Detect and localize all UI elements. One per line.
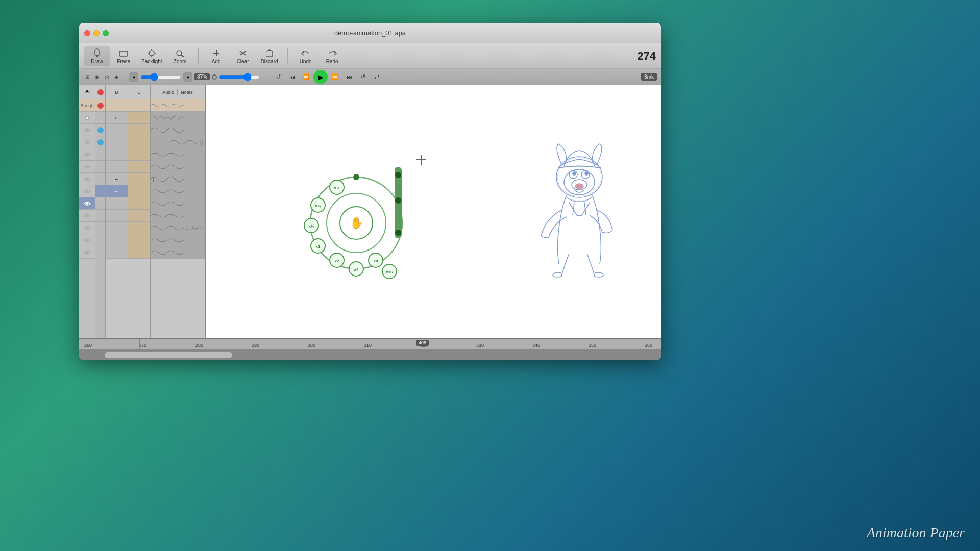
to-start-button[interactable]: ⏮ — [286, 71, 298, 83]
radial-menu-svg: ✋ x¼ x¾ x½ x1 — [300, 159, 428, 287]
panel-icon-1[interactable]: ⊞ — [83, 73, 91, 81]
notation-1 — [151, 99, 205, 112]
layer-8-color — [95, 185, 105, 197]
col-a-3[interactable] — [106, 124, 128, 136]
layer-13-eye[interactable] — [79, 246, 95, 259]
col-b-2[interactable] — [128, 112, 150, 124]
color-dot-blue[interactable] — [97, 127, 104, 133]
col-b-12[interactable] — [128, 234, 150, 246]
loop2-button[interactable]: ↺ — [357, 71, 369, 83]
speed-slider-top-handle[interactable] — [395, 172, 401, 178]
prev-frame-button[interactable]: ⏪ — [300, 71, 312, 83]
add-button[interactable]: Add — [204, 46, 229, 66]
color-dot-blue-2[interactable] — [97, 139, 104, 145]
col-b-7[interactable] — [128, 173, 150, 185]
col-a-8-selected[interactable]: ← — [106, 185, 128, 197]
timeline-scrollbar[interactable] — [79, 350, 661, 360]
layer-4-eye[interactable] — [79, 136, 95, 148]
color-dot-red[interactable] — [97, 103, 104, 109]
col-a-5[interactable] — [106, 148, 128, 161]
svg-point-21 — [86, 190, 88, 192]
col-b-5[interactable] — [128, 148, 150, 161]
draw-button[interactable]: Draw — [84, 46, 110, 66]
layer-9-eye-selected[interactable] — [79, 197, 95, 210]
brush-increase[interactable]: ▸ — [183, 72, 192, 82]
svg-point-24 — [86, 227, 88, 229]
col-b-3[interactable] — [128, 124, 150, 136]
col-b-13[interactable] — [128, 246, 150, 259]
col-b-11[interactable] — [128, 222, 150, 234]
toolbar-sep-1 — [198, 48, 199, 64]
col-a-4[interactable] — [106, 136, 128, 148]
col-a-9[interactable] — [106, 197, 128, 210]
playback-controls: ↺ ⏮ ⏪ ▶ ⏩ ⏭ ↺ ⇄ — [272, 70, 383, 84]
brush-decrease[interactable]: ◂ — [129, 72, 138, 82]
canvas-area: ✋ x¼ x¾ x½ x1 — [206, 85, 661, 338]
col-a-1[interactable] — [106, 99, 128, 112]
ruler-350: 350 — [589, 343, 596, 348]
audio-label: Audio — [162, 90, 174, 95]
bounce-button[interactable]: ⇄ — [371, 71, 383, 83]
layer-10-eye[interactable] — [79, 210, 95, 222]
radial-menu[interactable]: ✋ x¼ x¾ x½ x1 — [300, 159, 428, 289]
svg-text:x4: x4 — [354, 267, 359, 272]
layer-8-eye[interactable] — [79, 185, 95, 197]
layer-5-eye[interactable] — [79, 148, 95, 161]
col-b-10[interactable] — [128, 210, 150, 222]
play-button[interactable]: ▶ — [313, 70, 328, 84]
panel-icon-3[interactable]: ◎ — [103, 73, 111, 81]
notation-header: Audio Notes — [151, 85, 205, 99]
layer-3-eye[interactable] — [79, 124, 95, 136]
erase-button[interactable]: Erase — [111, 46, 136, 66]
opacity-range[interactable] — [219, 73, 260, 81]
layer-11-eye[interactable] — [79, 222, 95, 234]
col-b-1[interactable] — [128, 99, 150, 112]
scrollbar-thumb[interactable] — [105, 352, 232, 358]
col-a-13[interactable] — [106, 246, 128, 259]
svg-text:x½: x½ — [308, 224, 314, 229]
view-icons: ⊞ ◉ ◎ ◉ — [83, 73, 120, 81]
discard-button[interactable]: Discard — [257, 46, 282, 66]
add-icon — [210, 48, 223, 58]
svg-rect-0 — [95, 49, 99, 56]
col-a-11[interactable] — [106, 222, 128, 234]
col-a-6[interactable] — [106, 161, 128, 173]
layer-12-eye[interactable] — [79, 234, 95, 246]
col-a-2[interactable]: ← — [106, 112, 128, 124]
maximize-button[interactable] — [103, 30, 109, 36]
speed-slider[interactable] — [395, 167, 402, 238]
layer-7-eye[interactable] — [79, 173, 95, 185]
minimize-button[interactable] — [93, 30, 100, 36]
panel-icon-2[interactable]: ◉ — [93, 73, 101, 81]
brush-slider[interactable] — [140, 73, 181, 81]
col-b-6[interactable] — [128, 161, 150, 173]
svg-point-26 — [86, 252, 88, 254]
loop-button[interactable]: ↺ — [272, 71, 284, 83]
panel-icon-4[interactable]: ◉ — [112, 73, 120, 81]
zoom-button[interactable]: Zoom — [167, 46, 193, 66]
speed-slider-bottom-handle[interactable] — [395, 230, 401, 236]
notation-10 — [151, 210, 205, 222]
layer-2-eye[interactable] — [79, 112, 95, 124]
col-a-10[interactable] — [106, 210, 128, 222]
col-b-9[interactable] — [128, 197, 150, 210]
col-a-7[interactable]: ← — [106, 173, 128, 185]
next-frame-button[interactable]: ⏩ — [329, 71, 341, 83]
redo-button[interactable]: Redo — [320, 46, 345, 66]
zoom-level-badge: 87% — [194, 73, 210, 80]
col-a-12[interactable] — [106, 234, 128, 246]
color-swatch-red[interactable] — [97, 89, 104, 95]
close-button[interactable] — [84, 30, 90, 36]
to-end-button[interactable]: ⏭ — [343, 71, 355, 83]
backlight-button[interactable]: Backlight — [137, 46, 166, 66]
undo-button[interactable]: Undo — [293, 46, 318, 66]
layer-1-eye[interactable]: Rough — [79, 99, 95, 112]
col-b-4[interactable] — [128, 136, 150, 148]
col-b-header: C — [128, 85, 150, 99]
speed-slider-thumb[interactable] — [395, 197, 401, 204]
notation-6 — [151, 161, 205, 173]
col-b-8[interactable] — [128, 185, 150, 197]
notation-11: ③ AAH — [151, 222, 205, 234]
layer-6-eye[interactable] — [79, 161, 95, 173]
clear-button[interactable]: Clear — [230, 46, 256, 66]
